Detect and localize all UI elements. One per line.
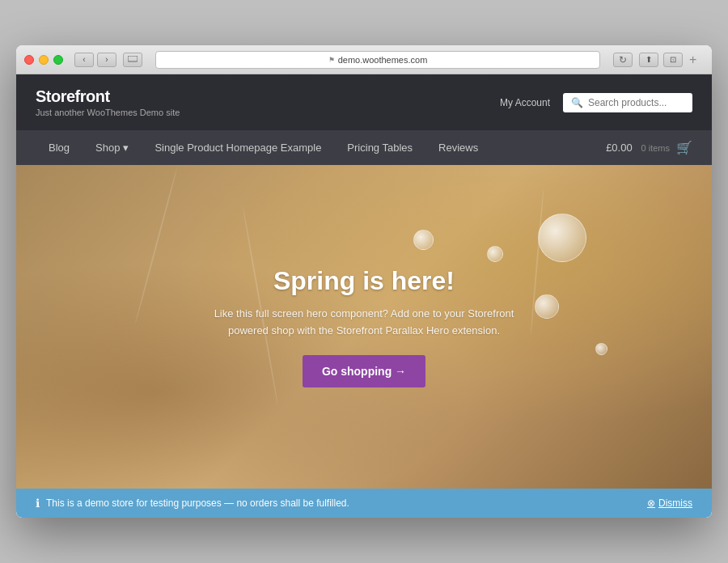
hero-content: Spring is here! Like this full screen he… <box>16 165 712 489</box>
nav-item-pricing-tables[interactable]: Pricing Tables <box>334 130 425 165</box>
nav-right: £0.00 0 items 🛒 <box>606 140 692 155</box>
browser-window: ‹ › ⚑ demo.woothemes.com ↻ ⬆ ⊡ + Storefr… <box>16 45 712 518</box>
hero-subtitle: Like this full screen hero component? Ad… <box>194 306 534 340</box>
tab-button[interactable] <box>123 53 142 67</box>
chevron-down-icon: ▾ <box>123 142 129 154</box>
browser-titlebar: ‹ › ⚑ demo.woothemes.com ↻ ⬆ ⊡ + <box>16 45 712 74</box>
new-tab-button[interactable]: + <box>689 53 704 67</box>
maximize-button[interactable] <box>53 55 63 65</box>
nav-buttons: ‹ › <box>74 53 116 67</box>
notice-text: This is a demo store for testing purpose… <box>46 497 349 509</box>
search-input[interactable] <box>588 97 684 108</box>
site-content: Storefront Just another WooThemes Demo s… <box>16 74 712 518</box>
site-header: Storefront Just another WooThemes Demo s… <box>16 74 712 130</box>
notice-left: ℹ This is a demo store for testing purpo… <box>36 497 349 510</box>
close-button[interactable] <box>24 55 34 65</box>
my-account-link[interactable]: My Account <box>500 97 550 108</box>
minimize-button[interactable] <box>39 55 49 65</box>
back-button[interactable]: ‹ <box>74 53 94 67</box>
go-shopping-button[interactable]: Go shopping → <box>303 355 425 387</box>
address-bar[interactable]: ⚑ demo.woothemes.com <box>155 51 600 69</box>
dismiss-button[interactable]: ⊗ Dismiss <box>647 497 692 509</box>
hero-title: Spring is here! <box>273 266 455 296</box>
traffic-lights <box>24 55 63 65</box>
forward-button[interactable]: › <box>97 53 116 67</box>
svg-rect-0 <box>128 56 138 61</box>
site-branding: Storefront Just another WooThemes Demo s… <box>36 87 500 117</box>
nav-left: Blog Shop ▾ Single Product Homepage Exam… <box>36 130 491 165</box>
info-icon: ℹ <box>36 497 40 510</box>
lock-icon: ⚑ <box>328 56 335 64</box>
browser-actions: ⬆ ⊡ <box>639 53 683 67</box>
reload-button[interactable]: ↻ <box>613 53 633 67</box>
nav-item-single-product[interactable]: Single Product Homepage Example <box>142 130 334 165</box>
nav-item-reviews[interactable]: Reviews <box>425 130 491 165</box>
nav-item-blog[interactable]: Blog <box>36 130 83 165</box>
search-box: 🔍 <box>563 93 692 112</box>
dismiss-icon: ⊗ <box>647 497 655 509</box>
url-text: demo.woothemes.com <box>338 55 428 65</box>
site-nav: Blog Shop ▾ Single Product Homepage Exam… <box>16 130 712 165</box>
nav-item-shop[interactable]: Shop ▾ <box>83 130 142 165</box>
cart-price: £0.00 0 items <box>606 142 670 154</box>
cart-icon[interactable]: 🛒 <box>676 140 692 155</box>
bookmarks-button[interactable]: ⊡ <box>663 53 683 67</box>
hero-section: Spring is here! Like this full screen he… <box>16 165 712 489</box>
site-tagline: Just another WooThemes Demo site <box>36 108 500 117</box>
search-icon: 🔍 <box>571 97 583 108</box>
demo-notice-bar: ℹ This is a demo store for testing purpo… <box>16 489 712 518</box>
site-title[interactable]: Storefront <box>36 87 500 106</box>
share-button[interactable]: ⬆ <box>639 53 658 67</box>
header-right: My Account 🔍 <box>500 93 692 112</box>
